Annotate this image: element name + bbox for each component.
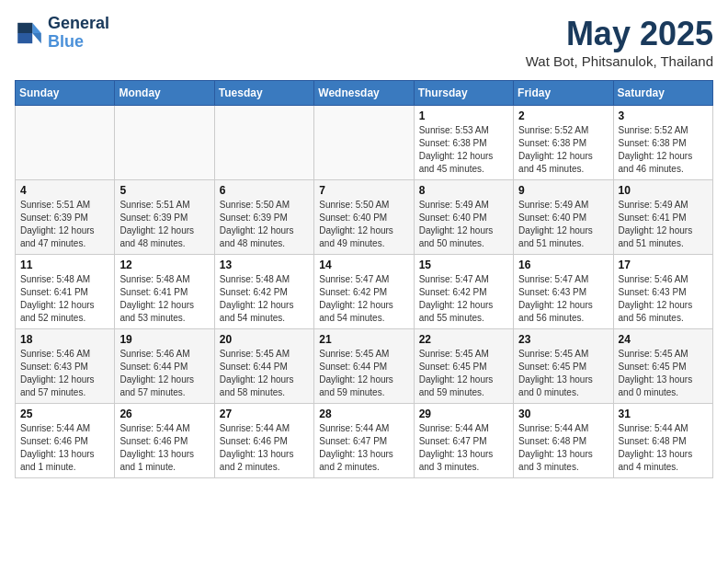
weekday-header-thursday: Thursday: [414, 81, 513, 106]
day-info: Sunrise: 5:45 AMSunset: 6:45 PMDaylight:…: [419, 348, 508, 399]
weekday-header-tuesday: Tuesday: [214, 81, 313, 106]
day-info: Sunrise: 5:49 AMSunset: 6:40 PMDaylight:…: [518, 199, 608, 250]
calendar-cell: 11Sunrise: 5:48 AMSunset: 6:41 PMDayligh…: [16, 255, 115, 329]
calendar-cell: 6Sunrise: 5:50 AMSunset: 6:39 PMDaylight…: [214, 180, 313, 255]
weekday-header-row: SundayMondayTuesdayWednesdayThursdayFrid…: [16, 81, 713, 106]
calendar-cell: 8Sunrise: 5:49 AMSunset: 6:40 PMDaylight…: [414, 180, 513, 255]
day-info: Sunrise: 5:44 AMSunset: 6:48 PMDaylight:…: [619, 422, 708, 474]
calendar-cell: 25Sunrise: 5:44 AMSunset: 6:46 PMDayligh…: [16, 404, 115, 478]
day-number: 26: [119, 408, 209, 420]
day-info: Sunrise: 5:50 AMSunset: 6:40 PMDaylight:…: [319, 199, 408, 250]
logo: General Blue: [15, 15, 109, 52]
day-info: Sunrise: 5:50 AMSunset: 6:39 PMDaylight:…: [220, 199, 309, 250]
week-row-4: 18Sunrise: 5:46 AMSunset: 6:43 PMDayligh…: [16, 329, 713, 404]
title-block: May 2025 Wat Bot, Phitsanulok, Thailand: [526, 15, 713, 69]
day-info: Sunrise: 5:45 AMSunset: 6:44 PMDaylight:…: [220, 348, 309, 399]
day-number: 1: [419, 109, 508, 122]
svg-marker-1: [32, 33, 41, 43]
day-info: Sunrise: 5:47 AMSunset: 6:43 PMDaylight:…: [518, 273, 608, 325]
weekday-header-saturday: Saturday: [613, 81, 712, 106]
svg-rect-3: [17, 33, 32, 43]
day-info: Sunrise: 5:46 AMSunset: 6:43 PMDaylight:…: [20, 348, 109, 399]
day-info: Sunrise: 5:46 AMSunset: 6:43 PMDaylight:…: [619, 273, 708, 325]
calendar-cell: 29Sunrise: 5:44 AMSunset: 6:47 PMDayligh…: [414, 404, 513, 478]
logo-line1: General: [48, 15, 109, 33]
calendar-cell: 10Sunrise: 5:49 AMSunset: 6:41 PMDayligh…: [613, 180, 712, 255]
day-number: 5: [119, 184, 209, 197]
calendar-cell: 26Sunrise: 5:44 AMSunset: 6:46 PMDayligh…: [115, 404, 214, 478]
week-row-3: 11Sunrise: 5:48 AMSunset: 6:41 PMDayligh…: [16, 255, 713, 329]
day-number: 11: [20, 259, 109, 271]
day-number: 25: [20, 408, 109, 420]
calendar-cell: 14Sunrise: 5:47 AMSunset: 6:42 PMDayligh…: [314, 255, 414, 329]
day-number: 30: [518, 408, 608, 420]
calendar-cell: 27Sunrise: 5:44 AMSunset: 6:46 PMDayligh…: [214, 404, 313, 478]
day-info: Sunrise: 5:47 AMSunset: 6:42 PMDaylight:…: [319, 273, 408, 325]
day-info: Sunrise: 5:48 AMSunset: 6:42 PMDaylight:…: [220, 273, 309, 325]
weekday-header-sunday: Sunday: [16, 81, 115, 106]
calendar-cell: 7Sunrise: 5:50 AMSunset: 6:40 PMDaylight…: [314, 180, 414, 255]
calendar-cell: [314, 106, 414, 180]
calendar-cell: 5Sunrise: 5:51 AMSunset: 6:39 PMDaylight…: [115, 180, 214, 255]
calendar-cell: 23Sunrise: 5:45 AMSunset: 6:45 PMDayligh…: [514, 329, 613, 404]
day-number: 4: [20, 184, 109, 197]
day-number: 16: [518, 259, 608, 271]
day-info: Sunrise: 5:44 AMSunset: 6:47 PMDaylight:…: [419, 422, 508, 474]
day-number: 21: [319, 333, 408, 346]
day-number: 14: [319, 259, 408, 271]
day-number: 27: [220, 408, 309, 420]
calendar-cell: 20Sunrise: 5:45 AMSunset: 6:44 PMDayligh…: [214, 329, 313, 404]
calendar-cell: 2Sunrise: 5:52 AMSunset: 6:38 PMDaylight…: [514, 106, 613, 180]
day-info: Sunrise: 5:53 AMSunset: 6:38 PMDaylight:…: [419, 124, 508, 176]
day-info: Sunrise: 5:47 AMSunset: 6:42 PMDaylight:…: [419, 273, 508, 325]
day-info: Sunrise: 5:45 AMSunset: 6:45 PMDaylight:…: [518, 348, 608, 399]
day-number: 7: [319, 184, 408, 197]
calendar-cell: 19Sunrise: 5:46 AMSunset: 6:44 PMDayligh…: [115, 329, 214, 404]
day-number: 17: [619, 259, 708, 271]
calendar-cell: 22Sunrise: 5:45 AMSunset: 6:45 PMDayligh…: [414, 329, 513, 404]
svg-rect-2: [17, 23, 32, 33]
day-info: Sunrise: 5:48 AMSunset: 6:41 PMDaylight:…: [119, 273, 209, 325]
calendar-cell: 31Sunrise: 5:44 AMSunset: 6:48 PMDayligh…: [613, 404, 712, 478]
day-info: Sunrise: 5:44 AMSunset: 6:48 PMDaylight:…: [518, 422, 608, 474]
calendar-cell: [16, 106, 115, 180]
day-number: 8: [419, 184, 508, 197]
day-number: 10: [619, 184, 708, 197]
svg-marker-0: [32, 23, 41, 33]
day-number: 22: [419, 333, 508, 346]
day-number: 6: [220, 184, 309, 197]
calendar-cell: 28Sunrise: 5:44 AMSunset: 6:47 PMDayligh…: [314, 404, 414, 478]
week-row-2: 4Sunrise: 5:51 AMSunset: 6:39 PMDaylight…: [16, 180, 713, 255]
calendar-cell: [214, 106, 313, 180]
day-number: 29: [419, 408, 508, 420]
calendar-subtitle: Wat Bot, Phitsanulok, Thailand: [526, 53, 713, 69]
calendar-cell: 4Sunrise: 5:51 AMSunset: 6:39 PMDaylight…: [16, 180, 115, 255]
calendar-cell: 18Sunrise: 5:46 AMSunset: 6:43 PMDayligh…: [16, 329, 115, 404]
day-info: Sunrise: 5:44 AMSunset: 6:46 PMDaylight:…: [220, 422, 309, 474]
day-number: 3: [619, 109, 708, 122]
day-number: 19: [119, 333, 209, 346]
day-info: Sunrise: 5:46 AMSunset: 6:44 PMDaylight:…: [119, 348, 209, 399]
calendar-cell: 21Sunrise: 5:45 AMSunset: 6:44 PMDayligh…: [314, 329, 414, 404]
day-number: 15: [419, 259, 508, 271]
day-number: 24: [619, 333, 708, 346]
calendar-cell: 1Sunrise: 5:53 AMSunset: 6:38 PMDaylight…: [414, 106, 513, 180]
day-info: Sunrise: 5:51 AMSunset: 6:39 PMDaylight:…: [20, 199, 109, 250]
calendar-cell: 13Sunrise: 5:48 AMSunset: 6:42 PMDayligh…: [214, 255, 313, 329]
day-info: Sunrise: 5:52 AMSunset: 6:38 PMDaylight:…: [518, 124, 608, 176]
calendar-cell: 30Sunrise: 5:44 AMSunset: 6:48 PMDayligh…: [514, 404, 613, 478]
calendar-cell: 17Sunrise: 5:46 AMSunset: 6:43 PMDayligh…: [613, 255, 712, 329]
calendar-title: May 2025: [526, 15, 713, 53]
day-number: 28: [319, 408, 408, 420]
day-info: Sunrise: 5:44 AMSunset: 6:46 PMDaylight:…: [20, 422, 109, 474]
day-info: Sunrise: 5:49 AMSunset: 6:40 PMDaylight:…: [419, 199, 508, 250]
day-info: Sunrise: 5:45 AMSunset: 6:44 PMDaylight:…: [319, 348, 408, 399]
day-number: 2: [518, 109, 608, 122]
day-info: Sunrise: 5:49 AMSunset: 6:41 PMDaylight:…: [619, 199, 708, 250]
weekday-header-wednesday: Wednesday: [314, 81, 414, 106]
day-info: Sunrise: 5:48 AMSunset: 6:41 PMDaylight:…: [20, 273, 109, 325]
week-row-1: 1Sunrise: 5:53 AMSunset: 6:38 PMDaylight…: [16, 106, 713, 180]
logo-icon: [15, 18, 44, 48]
calendar-cell: 16Sunrise: 5:47 AMSunset: 6:43 PMDayligh…: [514, 255, 613, 329]
calendar-cell: 24Sunrise: 5:45 AMSunset: 6:45 PMDayligh…: [613, 329, 712, 404]
